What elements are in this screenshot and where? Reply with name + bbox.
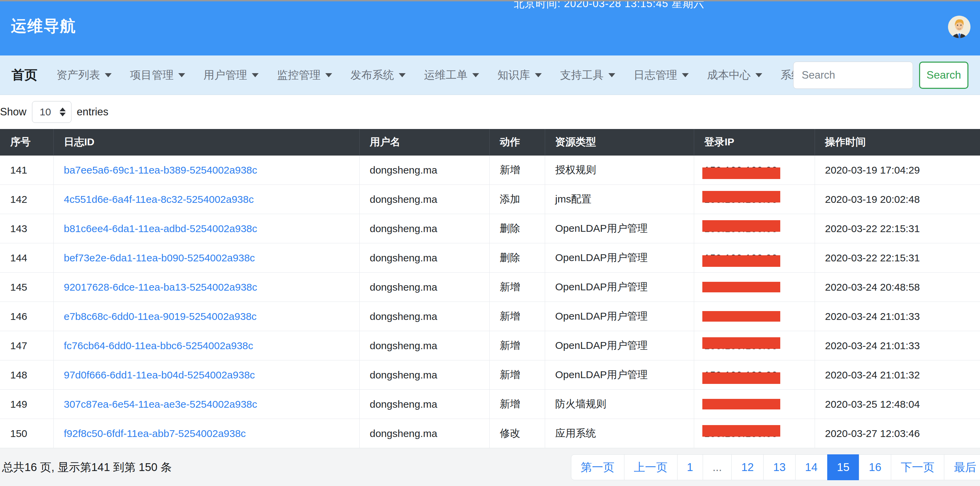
log-id-link[interactable]: b81c6ee4-6da1-11ea-adbd-5254002a938c: [64, 223, 257, 234]
log-id-link[interactable]: f92f8c50-6fdf-11ea-abb7-5254002a938c: [64, 428, 246, 439]
cell-log-id: f92f8c50-6fdf-11ea-abb7-5254002a938c: [53, 419, 360, 448]
column-header-2: 日志ID: [53, 129, 360, 156]
log-id-link[interactable]: fc76cb64-6dd0-11ea-bbc6-5254002a938c: [64, 340, 253, 351]
ip-redaction-overlay: [702, 255, 781, 267]
cell-resource-type: OpenLDAP用户管理: [545, 360, 694, 390]
nav-item-home[interactable]: 首页: [11, 66, 37, 84]
nav-menu-label: 运维工单: [424, 68, 468, 83]
table-row: 14592017628-6dce-11ea-ba13-5254002a938cd…: [0, 272, 980, 302]
search-input[interactable]: [793, 62, 913, 89]
nav-menu-3[interactable]: 用户管理: [204, 68, 259, 83]
ip-redaction-overlay: [702, 191, 781, 202]
log-id-link[interactable]: e7b8c68c-6dd0-11ea-9019-5254002a938c: [64, 311, 257, 322]
cell-resource-type: OpenLDAP用户管理: [545, 331, 694, 360]
ip-redaction: 150.100.100.00: [705, 427, 778, 440]
page-button-16[interactable]: 16: [859, 454, 891, 480]
chevron-down-icon: [105, 73, 111, 77]
beijing-time-clock: 北京时间: 2020-03-28 13:15:45 星期六: [514, 0, 705, 11]
ip-redaction-overlay: [702, 311, 781, 322]
cell-op-time: 2020-03-25 12:48:04: [815, 390, 980, 419]
nav-menu-6[interactable]: 运维工单: [424, 68, 479, 83]
cell-seq: 143: [0, 214, 53, 243]
search-button[interactable]: Search: [919, 62, 969, 89]
ip-redaction: 150.100.100.00: [705, 310, 778, 323]
ip-redaction: 150.100.100.00: [705, 252, 778, 265]
table-header-row: 序号日志ID用户名动作资源类型登录IP操作时间: [0, 129, 980, 156]
page-button-1[interactable]: 1: [677, 454, 703, 480]
nav-menu-8[interactable]: 支持工具: [560, 68, 615, 83]
log-id-link[interactable]: 4c551d6e-6a4f-11ea-8c32-5254002a938c: [64, 194, 254, 205]
table-row: 1424c551d6e-6a4f-11ea-8c32-5254002a938cd…: [0, 185, 980, 214]
cell-resource-type: OpenLDAP用户管理: [545, 214, 694, 243]
window-top-edge: [0, 0, 980, 2]
cell-log-id: ba7ee5a6-69c1-11ea-b389-5254002a938c: [53, 156, 360, 185]
cell-action: 删除: [489, 214, 545, 243]
cell-seq: 147: [0, 331, 53, 360]
page-button-13[interactable]: 13: [763, 454, 795, 480]
cell-op-time: 2020-03-22 22:15:31: [815, 243, 980, 272]
chevron-down-icon: [682, 73, 689, 77]
log-id-link[interactable]: 307c87ea-6e54-11ea-ae3e-5254002a938c: [64, 398, 257, 410]
cell-op-time: 2020-03-22 22:15:31: [815, 214, 980, 243]
table-row: 143b81c6ee4-6da1-11ea-adbd-5254002a938cd…: [0, 214, 980, 243]
cell-login-ip: 150.100.100.00: [694, 331, 815, 360]
pagination-summary: 总共16 页, 显示第141 到第 150 条: [2, 459, 172, 475]
cell-resource-type: OpenLDAP用户管理: [545, 243, 694, 272]
cell-login-ip: 150.100.100.00: [694, 302, 815, 331]
cell-username: dongsheng.ma: [360, 243, 489, 272]
ip-redaction: 150.100.100.00: [705, 339, 778, 352]
nav-menu-5[interactable]: 发布系统: [350, 68, 406, 83]
cell-log-id: fc76cb64-6dd0-11ea-bbc6-5254002a938c: [53, 331, 360, 360]
table-row: 144bef73e2e-6da1-11ea-b090-5254002a938cd…: [0, 243, 980, 272]
page-button-12[interactable]: 12: [731, 454, 764, 480]
log-id-link[interactable]: bef73e2e-6da1-11ea-b090-5254002a938c: [64, 252, 255, 263]
cell-op-time: 2020-03-27 12:03:46: [815, 419, 980, 448]
avatar-person-icon: [948, 16, 970, 38]
page-button-最后[interactable]: 最后: [944, 454, 980, 480]
page-button-上一页[interactable]: 上一页: [624, 454, 678, 480]
cell-seq: 150: [0, 419, 53, 448]
log-id-link[interactable]: 92017628-6dce-11ea-ba13-5254002a938c: [64, 282, 257, 293]
user-avatar[interactable]: [948, 16, 970, 38]
page-button-第一页[interactable]: 第一页: [571, 454, 624, 480]
nav-search-area: Search: [793, 62, 969, 89]
cell-seq: 146: [0, 302, 53, 331]
nav-menu-4[interactable]: 监控管理: [277, 68, 332, 83]
show-label: Show: [0, 106, 27, 118]
app-header: 运维导航 北京时间: 2020-03-28 13:15:45 星期六: [0, 2, 980, 56]
column-header-3: 用户名: [360, 129, 489, 156]
chevron-down-icon: [252, 73, 259, 77]
cell-username: dongsheng.ma: [360, 331, 489, 360]
cell-login-ip: 150.100.100.00: [694, 243, 815, 272]
cell-action: 新增: [489, 331, 545, 360]
table-row: 150f92f8c50-6fdf-11ea-abb7-5254002a938cd…: [0, 419, 980, 448]
ip-redaction: 150.100.100.00: [705, 193, 778, 206]
cell-log-id: 97d0f666-6dd1-11ea-b04d-5254002a938c: [53, 360, 360, 390]
nav-menu-1[interactable]: 资产列表: [56, 68, 111, 83]
nav-menu-10[interactable]: 成本中心: [707, 68, 762, 83]
log-id-link[interactable]: ba7ee5a6-69c1-11ea-b389-5254002a938c: [64, 164, 257, 175]
column-header-7: 操作时间: [815, 129, 980, 156]
column-header-5: 资源类型: [545, 129, 694, 156]
table-body: 141ba7ee5a6-69c1-11ea-b389-5254002a938cd…: [0, 156, 980, 448]
chevron-down-icon: [608, 73, 615, 77]
nav-menu-2[interactable]: 项目管理: [130, 68, 185, 83]
table-row: 147fc76cb64-6dd0-11ea-bbc6-5254002a938cd…: [0, 331, 980, 360]
log-id-link[interactable]: 97d0f666-6dd1-11ea-b04d-5254002a938c: [64, 369, 255, 381]
ip-redaction-overlay: [702, 399, 781, 410]
cell-resource-type: OpenLDAP用户管理: [545, 302, 694, 331]
nav-menu-label: 知识库: [498, 68, 530, 83]
cell-username: dongsheng.ma: [360, 272, 489, 302]
page-button-下一页[interactable]: 下一页: [891, 454, 944, 480]
nav-menu-7[interactable]: 知识库: [498, 68, 542, 83]
table-length-controls: Show 10 entries: [0, 95, 980, 129]
cell-resource-type: 授权规则: [545, 156, 694, 185]
nav-menu-9[interactable]: 日志管理: [633, 68, 689, 83]
page-size-select[interactable]: 10: [32, 101, 72, 123]
chevron-down-icon: [756, 73, 762, 77]
ip-redaction-overlay: [702, 425, 781, 437]
ip-redaction: 150.100.100.00: [705, 398, 778, 411]
page-button-14[interactable]: 14: [795, 454, 827, 480]
page-button-15[interactable]: 15: [827, 454, 859, 480]
cell-resource-type: 应用系统: [545, 419, 694, 448]
